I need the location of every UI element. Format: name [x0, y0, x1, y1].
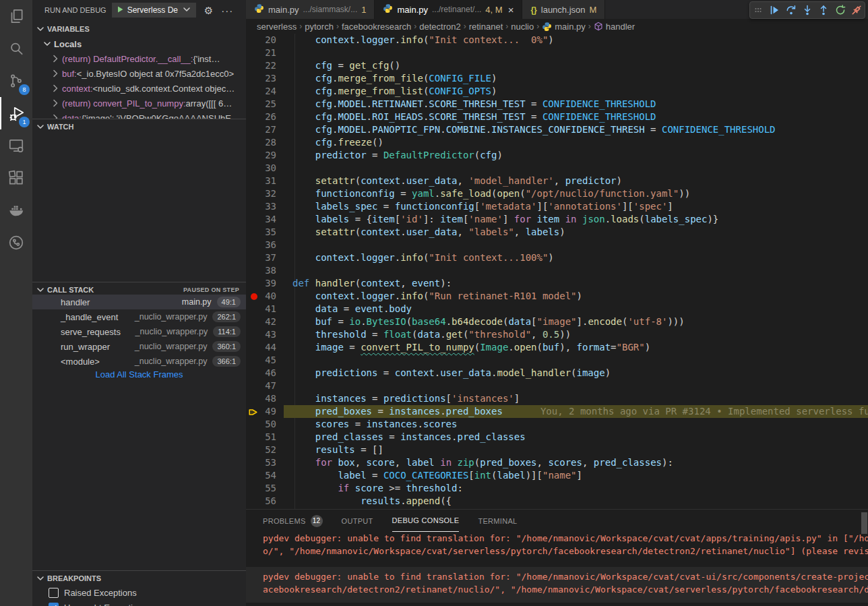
line-number[interactable]: 27 — [246, 123, 276, 136]
line-number[interactable]: 45 — [246, 354, 276, 367]
breakpoint-row[interactable]: Raised Exceptions — [32, 585, 246, 600]
code-line[interactable]: 49 pred_boxes = instances.pred_boxesYou,… — [246, 405, 868, 418]
code-line[interactable]: 52 results = [] — [246, 444, 868, 456]
breadcrumb-item[interactable]: main.py — [542, 22, 586, 32]
tab-main-py[interactable]: main.py.../retinanet/...4, M× — [375, 0, 522, 19]
variable-row[interactable]: context: <nuclio_sdk.context.Context obj… — [32, 81, 246, 96]
line-number[interactable]: 54 — [246, 469, 276, 482]
line-number[interactable]: 52 — [246, 444, 276, 456]
line-number[interactable]: 48 — [246, 392, 276, 405]
breadcrumb-item[interactable]: retinanet — [469, 22, 503, 32]
code-line[interactable]: 43 threshold = float(data.get("threshold… — [246, 328, 868, 341]
tab-launch-json[interactable]: {}launch.jsonM — [522, 0, 605, 19]
code-line[interactable]: 35 setattr(context.user_data, "labels", … — [246, 226, 868, 239]
breadcrumb-item[interactable]: handler — [594, 22, 635, 32]
code-line[interactable]: 46 predictions = context.user_data.model… — [246, 367, 868, 380]
line-number[interactable]: 43 — [246, 328, 276, 341]
stack-frame[interactable]: run_wrapper_nuclio_wrapper.py360:1 — [32, 339, 246, 354]
stack-frame[interactable]: _handle_event_nuclio_wrapper.py262:1 — [32, 309, 246, 324]
activity-bar-item-git-graph[interactable] — [0, 226, 32, 259]
line-number[interactable]: 23 — [246, 72, 276, 85]
line-number[interactable]: 31 — [246, 175, 276, 187]
code-line[interactable]: 53 for box, score, label in zip(pred_box… — [246, 456, 868, 469]
checkbox-unchecked[interactable] — [49, 588, 59, 598]
line-number[interactable]: 34 — [246, 213, 276, 226]
line-number[interactable]: 24 — [246, 85, 276, 98]
line-number[interactable]: 29 — [246, 149, 276, 162]
code-line[interactable]: 24 cfg.merge_from_list(CONFIG_OPTS) — [246, 85, 868, 98]
line-number[interactable]: 32 — [246, 187, 276, 200]
continue-button[interactable] — [767, 3, 782, 18]
breadcrumb-item[interactable]: serverless — [257, 22, 297, 32]
line-number[interactable]: 41 — [246, 303, 276, 315]
code-line[interactable]: 25 cfg.MODEL.RETINANET.SCORE_THRESH_TEST… — [246, 98, 868, 111]
line-number[interactable]: 33 — [246, 200, 276, 213]
close-icon[interactable]: × — [508, 4, 514, 16]
code-line[interactable]: 26 cfg.MODEL.ROI_HEADS.SCORE_THRESH_TEST… — [246, 111, 868, 123]
activity-bar-item-explorer[interactable] — [0, 0, 32, 32]
locals-scope[interactable]: Locals — [32, 36, 246, 51]
code-line[interactable]: 29 predictor = DefaultPredictor(cfg) — [246, 149, 868, 162]
breakpoints-section-header[interactable]: BREAKPOINTS — [32, 570, 246, 585]
panel-tab-debug-console[interactable]: DEBUG CONSOLE — [392, 510, 460, 532]
breadcrumb-item[interactable]: pytorch — [305, 22, 334, 32]
code-line[interactable]: 42 buf = io.BytesIO(base64.b64decode(dat… — [246, 315, 868, 328]
code-line[interactable]: 47 — [246, 380, 868, 392]
code-line[interactable]: 33 labels_spec = functionconfig['metadat… — [246, 200, 868, 213]
code-line[interactable]: 54 label = COCO_CATEGORIES[int(label)]["… — [246, 469, 868, 482]
stack-frame[interactable]: serve_requests_nuclio_wrapper.py114:1 — [32, 324, 246, 339]
code-line[interactable]: 36 — [246, 239, 868, 251]
line-number[interactable]: 42 — [246, 315, 276, 328]
code-line[interactable]: 56 results.append({ — [246, 495, 868, 508]
line-number[interactable]: 39 — [246, 277, 276, 290]
activity-bar-item-run-debug[interactable]: 1 — [0, 97, 32, 129]
line-number[interactable]: 47 — [246, 380, 276, 392]
console-message[interactable]: pydev debugger: unable to find translati… — [246, 567, 868, 603]
code-line[interactable]: 21 — [246, 47, 868, 59]
checkbox-checked[interactable] — [49, 603, 59, 606]
activity-bar-item-remote-explorer[interactable] — [0, 129, 32, 162]
activity-bar-item-extensions[interactable] — [0, 162, 32, 194]
code-line[interactable]: 30 — [246, 162, 868, 175]
load-all-stack-frames-link[interactable]: Load All Stack Frames — [32, 369, 246, 380]
line-number[interactable]: 30 — [246, 162, 276, 175]
code-line[interactable]: 22 cfg = get_cfg() — [246, 59, 868, 72]
restart-button[interactable] — [833, 3, 848, 18]
line-number[interactable]: 51 — [246, 431, 276, 444]
code-line[interactable]: 48 instances = predictions['instances'] — [246, 392, 868, 405]
line-number[interactable]: 56 — [246, 495, 276, 508]
code-line[interactable]: 34 labels = {item['id']: item['name'] fo… — [246, 213, 868, 226]
line-number[interactable]: 46 — [246, 367, 276, 380]
code-line[interactable]: 32 functionconfig = yaml.safe_load(open(… — [246, 187, 868, 200]
panel-scrollbar[interactable] — [861, 512, 867, 534]
activity-bar-item-source-control[interactable]: 8 — [0, 65, 32, 97]
code-editor[interactable]: 20 context.logger.info("Init context... … — [246, 34, 868, 509]
line-number[interactable]: 21 — [246, 47, 276, 59]
line-number[interactable]: 20 — [246, 34, 276, 47]
code-line[interactable]: 41 data = event.body — [246, 303, 868, 315]
code-line[interactable]: 27 cfg.MODEL.PANOPTIC_FPN.COMBINE.INSTAN… — [246, 123, 868, 136]
code-line[interactable]: 45 — [246, 354, 868, 367]
variable-row[interactable]: buf: <_io.BytesIO object at 0x7f5a2dc1ec… — [32, 66, 246, 81]
breakpoint-icon[interactable] — [251, 293, 257, 300]
line-number[interactable]: 55 — [246, 482, 276, 495]
watch-section-header[interactable]: WATCH — [32, 119, 246, 133]
line-number[interactable]: 28 — [246, 136, 276, 149]
code-line[interactable]: 23 cfg.merge_from_file(CONFIG_FILE) — [246, 72, 868, 85]
variable-row[interactable]: (return) DefaultPredictor.__call__: {'in… — [32, 51, 246, 66]
gear-icon[interactable]: ⚙ — [204, 5, 213, 16]
stack-frame[interactable]: handlermain.py49:1 — [32, 295, 246, 309]
code-line[interactable]: 50 scores = instances.scores — [246, 418, 868, 431]
activity-bar-item-search[interactable] — [0, 32, 32, 65]
variable-row[interactable]: data: {'image': 'iVBORw0KGgoAAAANSUhE… — [32, 111, 246, 119]
more-actions-icon[interactable]: ··· — [221, 5, 233, 16]
line-number[interactable]: 35 — [246, 226, 276, 239]
variables-section-header[interactable]: VARIABLES — [32, 22, 246, 36]
code-line[interactable]: 38 — [246, 264, 868, 277]
breadcrumb-item[interactable]: facebookresearch — [342, 22, 411, 32]
breakpoint-row[interactable]: Uncaught Exceptions — [32, 600, 246, 606]
debug-console-output[interactable]: pydev debugger: unable to find translati… — [246, 532, 868, 606]
line-number[interactable]: 22 — [246, 59, 276, 72]
step-into-button[interactable] — [800, 3, 815, 18]
line-number[interactable]: 38 — [246, 264, 276, 277]
